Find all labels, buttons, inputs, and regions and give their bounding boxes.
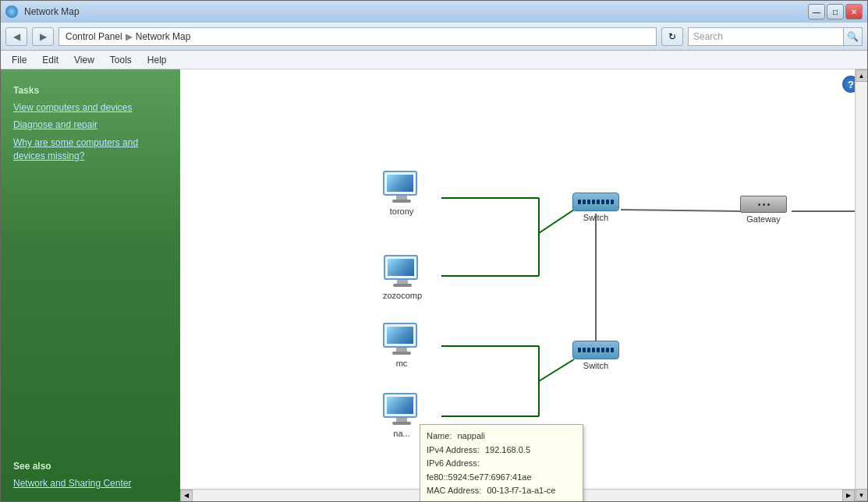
node-zozocomp[interactable]: zozocomp xyxy=(383,255,422,300)
scroll-down-button[interactable]: ▼ xyxy=(856,489,868,501)
gateway-label: Gateway xyxy=(746,214,780,224)
menu-help[interactable]: Help xyxy=(141,53,173,67)
tooltip-ipv4-label: IPv4 Address: xyxy=(427,445,480,454)
scroll-left-button[interactable]: ◀ xyxy=(180,490,193,502)
window-icon xyxy=(5,5,18,18)
path-arrow-1: ▶ xyxy=(126,31,133,42)
window-title: Network Map xyxy=(24,6,80,17)
node-switch1[interactable]: Switch xyxy=(572,193,619,222)
tooltip-ipv4-value: 192.168.0.5 xyxy=(485,445,530,454)
vertical-scrollbar[interactable]: ▲ ▼ xyxy=(855,69,867,501)
title-bar: Network Map — □ ✕ xyxy=(1,1,867,23)
menu-file[interactable]: File xyxy=(5,53,33,67)
menu-edit[interactable]: Edit xyxy=(36,53,65,67)
address-bar: ◀ ▶ Control Panel ▶ Network Map ↻ Search… xyxy=(1,23,867,51)
tooltip-ipv6-value-row: fe80::5924:5e77:6967:41ae xyxy=(427,471,576,485)
tooltip-name-value: nappali xyxy=(457,431,484,440)
node-gateway[interactable]: Gateway xyxy=(740,196,787,224)
svg-line-0 xyxy=(621,210,742,211)
mc-icon xyxy=(383,323,420,357)
tooltip-name-label: Name: xyxy=(427,431,452,440)
path-segment-1: Control Panel xyxy=(66,31,122,42)
maximize-button[interactable]: □ xyxy=(827,4,844,19)
gateway-icon xyxy=(740,196,787,213)
tooltip-mac-value: 00-13-f7-1a-a1-ce xyxy=(487,486,555,495)
switch1-icon xyxy=(572,193,619,211)
nappali-tooltip: Name: nappali IPv4 Address: 192.168.0.5 … xyxy=(420,424,583,501)
svg-line-5 xyxy=(539,210,574,233)
window-controls: — □ ✕ xyxy=(808,4,863,19)
refresh-button[interactable]: ↻ xyxy=(661,27,683,46)
svg-line-9 xyxy=(539,359,574,381)
minimize-button[interactable]: — xyxy=(808,4,825,19)
zozocomp-icon xyxy=(384,255,421,289)
main-area: Tasks View computers and devices Diagnos… xyxy=(1,69,867,501)
see-also-title: See also xyxy=(1,451,180,475)
tooltip-ipv6-value: fe80::5924:5e77:6967:41ae xyxy=(427,472,532,482)
tooltip-ipv6-row: IPv6 Address: xyxy=(427,457,576,471)
sidebar-missing[interactable]: Why are some computers and devices missi… xyxy=(1,133,180,166)
scroll-right-button[interactable]: ▶ xyxy=(842,490,855,502)
switch1-label: Switch xyxy=(583,213,608,222)
search-input[interactable]: Search xyxy=(688,27,844,46)
menu-bar: File Edit View Tools Help xyxy=(1,51,867,69)
sidebar-diagnose[interactable]: Diagnose and repair xyxy=(1,116,180,133)
forward-button[interactable]: ▶ xyxy=(32,27,54,46)
node-torony[interactable]: torony xyxy=(383,171,420,216)
switch2-icon xyxy=(572,341,619,359)
torony-label: torony xyxy=(390,207,414,216)
zozocomp-label: zozocomp xyxy=(383,291,422,300)
sidebar: Tasks View computers and devices Diagnos… xyxy=(1,69,180,501)
tooltip-name-row: Name: nappali xyxy=(427,430,576,444)
menu-view[interactable]: View xyxy=(68,53,101,67)
menu-tools[interactable]: Tools xyxy=(104,53,138,67)
tooltip-mac-label: MAC Address: xyxy=(427,486,481,495)
nappali-label: na... xyxy=(393,429,409,438)
node-nappali[interactable]: na... xyxy=(383,393,420,438)
back-button[interactable]: ◀ xyxy=(5,27,27,46)
tooltip-mac-row: MAC Address: 00-13-f7-1a-a1-ce xyxy=(427,484,576,498)
path-segment-2: Network Map xyxy=(136,31,191,42)
sidebar-view-computers[interactable]: View computers and devices xyxy=(1,99,180,116)
torony-icon xyxy=(383,171,420,205)
search-button[interactable]: 🔍 xyxy=(844,27,863,46)
address-path[interactable]: Control Panel ▶ Network Map xyxy=(58,27,657,46)
sidebar-sharing-center[interactable]: Network and Sharing Center xyxy=(1,475,180,492)
main-window: Network Map — □ ✕ ◀ ▶ Control Panel ▶ Ne… xyxy=(0,0,868,502)
tooltip-ipv6-label: IPv6 Address: xyxy=(427,458,480,468)
scroll-track-vertical[interactable] xyxy=(856,82,867,489)
node-switch2[interactable]: Switch xyxy=(572,341,619,370)
switch2-label: Switch xyxy=(583,361,608,370)
search-container: Search 🔍 xyxy=(688,27,863,46)
nappali-icon xyxy=(383,393,420,427)
tooltip-ipv4-row: IPv4 Address: 192.168.0.5 xyxy=(427,444,576,458)
node-mc[interactable]: mc xyxy=(383,323,420,368)
content-area: ? xyxy=(180,69,867,501)
tasks-title: Tasks xyxy=(1,79,180,99)
close-button[interactable]: ✕ xyxy=(845,4,863,19)
mc-label: mc xyxy=(396,359,408,368)
scroll-up-button[interactable]: ▲ xyxy=(856,69,868,82)
